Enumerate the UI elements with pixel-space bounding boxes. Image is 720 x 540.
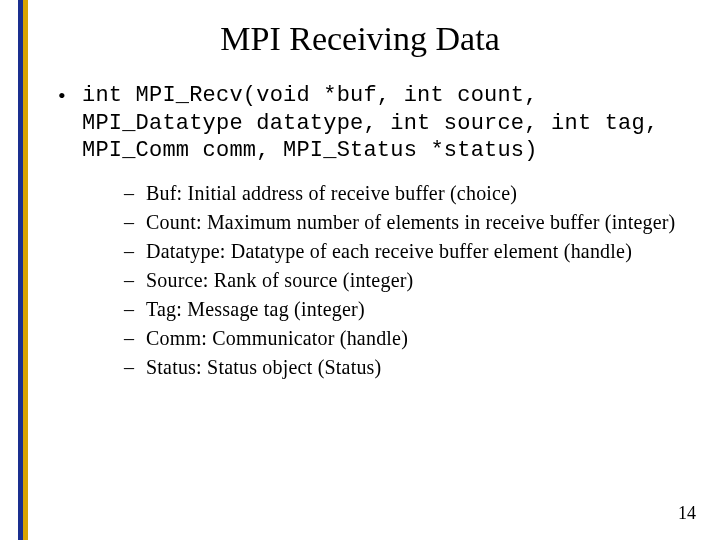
param-desc: Status object (Status)	[207, 356, 381, 378]
param-desc: Communicator (handle)	[212, 327, 408, 349]
top-list: int MPI_Recv(void *buf, int count, MPI_D…	[56, 82, 690, 382]
slide: MPI Receiving Data int MPI_Recv(void *bu…	[0, 0, 720, 540]
param-desc: Datatype of each receive buffer element …	[231, 240, 632, 262]
param-item: Count: Maximum number of elements in rec…	[124, 208, 690, 237]
param-name: Comm	[146, 327, 201, 349]
page-number: 14	[678, 503, 696, 524]
slide-title: MPI Receiving Data	[0, 20, 720, 58]
param-name: Status	[146, 356, 196, 378]
param-item: Datatype: Datatype of each receive buffe…	[124, 237, 690, 266]
param-name: Buf	[146, 182, 177, 204]
param-desc: Rank of source (integer)	[214, 269, 414, 291]
param-item: Status: Status object (Status)	[124, 353, 690, 382]
params-list: Buf: Initial address of receive buffer (…	[82, 179, 690, 382]
param-item: Source: Rank of source (integer)	[124, 266, 690, 295]
signature-item: int MPI_Recv(void *buf, int count, MPI_D…	[56, 82, 690, 382]
param-desc: Maximum number of elements in receive bu…	[207, 211, 676, 233]
slide-body: int MPI_Recv(void *buf, int count, MPI_D…	[0, 82, 720, 382]
param-name: Count	[146, 211, 196, 233]
param-item: Buf: Initial address of receive buffer (…	[124, 179, 690, 208]
param-desc: Message tag (integer)	[187, 298, 364, 320]
signature-text: int MPI_Recv(void *buf, int count, MPI_D…	[82, 83, 658, 163]
param-item: Comm: Communicator (handle)	[124, 324, 690, 353]
param-desc: Initial address of receive buffer (choic…	[188, 182, 518, 204]
param-name: Datatype	[146, 240, 220, 262]
param-name: Source	[146, 269, 203, 291]
param-name: Tag	[146, 298, 176, 320]
param-item: Tag: Message tag (integer)	[124, 295, 690, 324]
